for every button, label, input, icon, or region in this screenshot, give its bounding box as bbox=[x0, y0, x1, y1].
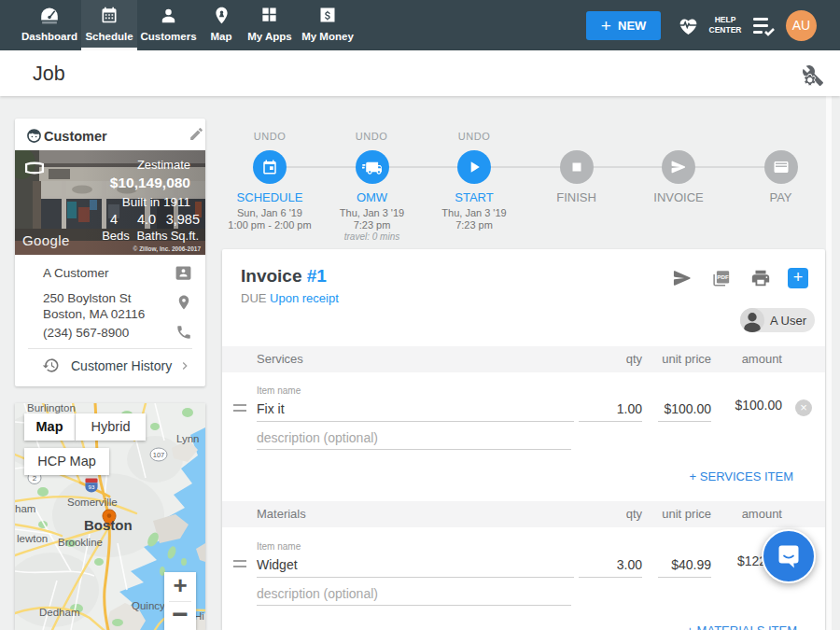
svg-text:Brookline: Brookline bbox=[58, 537, 103, 548]
svg-text:PDF: PDF bbox=[717, 273, 729, 280]
svg-text:Quincy: Quincy bbox=[132, 600, 165, 611]
svg-text:Dedham: Dedham bbox=[39, 607, 79, 618]
svg-text:lewton: lewton bbox=[17, 533, 48, 544]
svg-text:2: 2 bbox=[33, 474, 37, 483]
svg-text:Lynn: Lynn bbox=[176, 433, 200, 444]
svg-text:ham: ham bbox=[15, 503, 35, 514]
svg-text:Somerville: Somerville bbox=[67, 497, 118, 508]
svg-text:Burlington: Burlington bbox=[27, 403, 76, 413]
svg-text:107: 107 bbox=[153, 451, 165, 459]
svg-text:Boston: Boston bbox=[84, 517, 133, 533]
svg-text:93: 93 bbox=[89, 483, 95, 490]
